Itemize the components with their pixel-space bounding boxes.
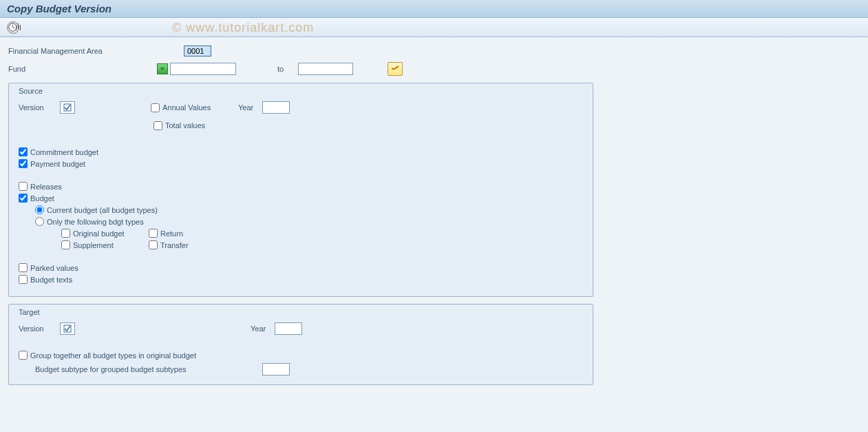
fund-to-input[interactable] — [298, 63, 353, 75]
original-return-row: Original budget Return — [61, 229, 583, 238]
budget-texts-row: Budget texts — [19, 275, 583, 284]
target-version-row: Version Year — [19, 322, 583, 336]
target-version-input[interactable] — [60, 322, 75, 335]
parked-label: Parked values — [30, 264, 78, 272]
source-version-label: Version — [19, 103, 60, 112]
fund-label: Fund — [8, 65, 157, 73]
budget-texts-checkbox[interactable] — [19, 275, 28, 284]
content-area: Financial Management Area 0001 Fund = to… — [0, 37, 868, 392]
total-values-row: Total values — [19, 119, 583, 132]
fm-area-value[interactable]: 0001 — [184, 45, 211, 56]
source-version-row: Version Annual Values Year — [19, 101, 583, 114]
payment-row: Payment budget — [19, 159, 583, 168]
total-values-label: Total values — [165, 121, 205, 130]
transfer-label: Transfer — [160, 241, 189, 249]
releases-label: Releases — [30, 183, 62, 191]
svg-line-2 — [13, 28, 15, 29]
only-following-row: Only the following bdgt types — [35, 217, 583, 226]
source-group-title: Source — [19, 83, 583, 101]
budget-checkbox[interactable] — [19, 194, 28, 203]
fund-row: Fund = to — [8, 62, 860, 76]
annual-values-label: Annual Values — [162, 103, 238, 112]
subtype-row: Budget subtype for grouped budget subtyp… — [35, 362, 583, 376]
return-label: Return — [160, 229, 183, 238]
target-version-label: Version — [19, 325, 60, 333]
toolbar — [0, 18, 868, 37]
commitment-checkbox[interactable] — [19, 147, 28, 156]
budget-texts-label: Budget texts — [30, 276, 72, 284]
releases-checkbox[interactable] — [19, 182, 28, 191]
source-year-label: Year — [238, 103, 262, 112]
only-following-radio[interactable] — [35, 217, 44, 226]
total-values-checkbox[interactable] — [154, 121, 162, 130]
source-year-input[interactable] — [262, 101, 290, 114]
source-group: Source Version Annual Values Year Total … — [8, 83, 593, 297]
supplement-checkbox[interactable] — [61, 240, 70, 249]
budget-row: Budget — [19, 194, 583, 203]
original-budget-label: Original budget — [73, 229, 149, 238]
page-title-bar: Copy Budget Version — [0, 0, 868, 18]
execute-icon[interactable] — [7, 21, 19, 34]
transfer-checkbox[interactable] — [149, 240, 158, 249]
page-title: Copy Budget Version — [7, 3, 112, 14]
fund-to-label: to — [277, 65, 291, 73]
supplement-label: Supplement — [73, 241, 149, 249]
budget-label: Budget — [30, 194, 54, 203]
annual-values-checkbox[interactable] — [151, 103, 160, 112]
fund-from-input[interactable] — [170, 63, 236, 75]
commitment-row: Commitment budget — [19, 147, 583, 156]
target-year-label: Year — [251, 325, 275, 333]
current-budget-label: Current budget (all budget types) — [47, 206, 158, 214]
only-following-label: Only the following bdgt types — [47, 218, 144, 226]
return-checkbox[interactable] — [149, 229, 158, 238]
current-budget-row: Current budget (all budget types) — [35, 205, 583, 214]
fund-selection-indicator[interactable]: = — [157, 63, 168, 74]
releases-row: Releases — [19, 182, 583, 191]
target-group: Target Version Year Group together all b… — [8, 304, 593, 385]
target-year-input[interactable] — [275, 322, 302, 335]
group-together-checkbox[interactable] — [19, 351, 28, 360]
group-together-label: Group together all budget types in origi… — [30, 351, 196, 360]
group-together-row: Group together all budget types in origi… — [19, 351, 583, 360]
payment-label: Payment budget — [30, 160, 85, 168]
payment-checkbox[interactable] — [19, 159, 28, 168]
subtype-input[interactable] — [262, 363, 290, 376]
fm-area-row: Financial Management Area 0001 — [8, 44, 860, 58]
current-budget-radio[interactable] — [35, 205, 44, 214]
subtype-label: Budget subtype for grouped budget subtyp… — [35, 365, 262, 373]
source-version-input[interactable] — [60, 101, 75, 114]
target-group-title: Target — [19, 305, 583, 322]
original-budget-checkbox[interactable] — [61, 229, 70, 238]
fm-area-label: Financial Management Area — [8, 47, 184, 55]
parked-row: Parked values — [19, 263, 583, 272]
multiple-selection-button[interactable] — [388, 62, 403, 76]
parked-checkbox[interactable] — [19, 263, 28, 272]
commitment-label: Commitment budget — [30, 148, 98, 156]
supplement-transfer-row: Supplement Transfer — [61, 240, 583, 249]
